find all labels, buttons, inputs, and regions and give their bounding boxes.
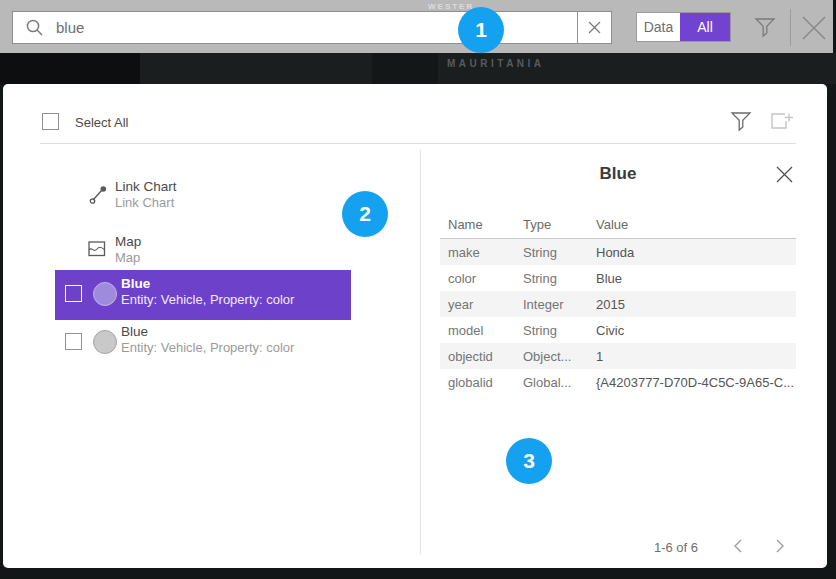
column-header-type: Type: [523, 217, 596, 232]
annotation-badge-3: 3: [506, 438, 552, 484]
list-item-subtitle: Link Chart: [115, 195, 174, 210]
column-header-value: Value: [596, 217, 796, 232]
map-icon: [88, 240, 106, 258]
table-header-row: Name Type Value: [440, 210, 796, 239]
detail-title: Blue: [440, 164, 796, 184]
map-background-bottom: 500 Feet: [0, 568, 836, 579]
list-detail-divider: [420, 150, 421, 554]
search-toolbar: WESTER blue Data All: [0, 0, 833, 53]
entity-circle-icon: [93, 282, 117, 306]
close-icon[interactable]: [799, 13, 829, 43]
clear-icon: [588, 21, 601, 34]
panel-header-divider: [40, 143, 796, 144]
scope-all-button[interactable]: All: [680, 13, 730, 41]
clear-search-button[interactable]: [577, 12, 611, 43]
search-results-panel: Select All Link Chart Link Chart: [3, 84, 827, 568]
filter-icon[interactable]: [754, 16, 776, 38]
map-label-western-sahara: WESTER: [428, 2, 474, 11]
scope-data-button[interactable]: Data: [637, 13, 680, 41]
map-landmass: [372, 53, 438, 84]
table-row: year Integer 2015: [440, 291, 796, 317]
chevron-left-icon[interactable]: [730, 537, 748, 555]
table-row: color String Blue: [440, 265, 796, 291]
column-header-name: Name: [448, 217, 523, 232]
list-item-title: Blue: [121, 276, 150, 291]
app-window: MAURITANIA 500 Feet WESTER blue Data: [0, 0, 836, 579]
map-label-mauritania: MAURITANIA: [447, 58, 545, 69]
toolbar-divider: [790, 9, 791, 46]
list-item-subtitle: Map: [115, 250, 140, 265]
list-item-title: Blue: [121, 324, 148, 339]
pagination-label: 1-6 of 6: [636, 540, 716, 555]
list-item-title: Link Chart: [115, 179, 177, 194]
table-row: model String Civic: [440, 317, 796, 343]
entity-circle-icon: [93, 330, 117, 354]
search-query-text: blue: [56, 19, 84, 36]
list-item-title: Map: [115, 234, 141, 249]
attribute-table: Name Type Value make String Honda color …: [440, 210, 796, 395]
annotation-badge-1: 1: [458, 7, 504, 53]
list-item-subtitle: Entity: Vehicle, Property: color: [121, 292, 294, 307]
search-icon: [25, 18, 44, 37]
select-all-checkbox[interactable]: [42, 113, 59, 130]
add-to-selection-icon[interactable]: [770, 111, 794, 131]
table-body: make String Honda color String Blue year…: [440, 239, 796, 395]
chevron-right-icon[interactable]: [770, 537, 788, 555]
select-all-label: Select All: [75, 115, 128, 130]
filter-icon[interactable]: [730, 110, 752, 132]
search-box: blue: [12, 11, 612, 44]
table-row: make String Honda: [440, 239, 796, 265]
table-row: globalid Global... {A4203777-D70D-4C5C-9…: [440, 369, 796, 395]
search-scope-toggle: Data All: [636, 12, 731, 42]
map-landmass: [0, 53, 140, 84]
link-chart-icon: [88, 185, 108, 205]
close-icon[interactable]: [775, 165, 794, 184]
result-checkbox[interactable]: [65, 285, 82, 302]
table-row: objectid Object... 1: [440, 343, 796, 369]
list-item-subtitle: Entity: Vehicle, Property: color: [121, 340, 294, 355]
annotation-badge-2: 2: [342, 191, 388, 237]
result-checkbox[interactable]: [65, 333, 82, 350]
